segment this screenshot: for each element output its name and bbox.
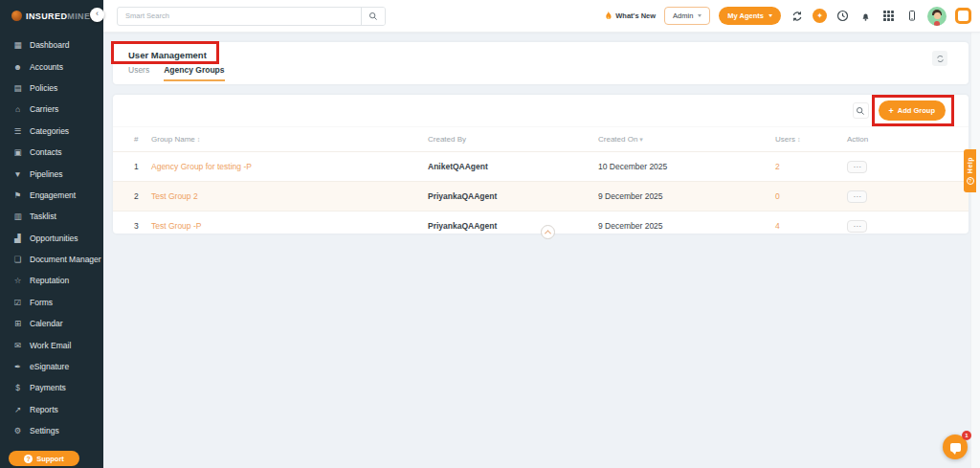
group-name-link[interactable]: Test Group -P [151,221,201,231]
smart-search [117,7,386,26]
plus-icon: + [889,106,894,116]
sidebar-item[interactable]: ▦ Dashboard [0,34,103,56]
sidebar-item[interactable]: ▤ Policies [0,78,103,99]
sidebar: INSUREDMINE ▦ Dashboard ☻ Accounts ▤ Pol… [0,0,103,468]
sidebar-item-icon: ☑ [12,298,23,307]
sidebar-item[interactable]: ▟ Opportunities [0,228,103,249]
top-bar: What's New Admin My Agents [103,0,980,33]
sidebar-item-label: Contacts [30,147,62,157]
row-actions-button[interactable]: ⋯ [847,190,867,203]
sidebar-item-label: Reputation [30,276,69,285]
refresh-list-button[interactable] [932,51,947,66]
refresh-icon[interactable] [790,9,804,23]
users-count-link[interactable]: 2 [775,162,780,171]
scrollbar-track[interactable] [970,33,980,468]
support-button[interactable]: ? Support [9,451,79,466]
column-header-num: # [113,127,151,152]
chat-notification-badge: 1 [962,431,971,440]
sidebar-item-label: Opportunities [30,234,78,243]
sidebar-item[interactable]: ⚙ Settings [0,420,103,441]
sidebar-item-label: Carriers [30,104,58,114]
clock-icon[interactable] [835,9,850,23]
avatar-face [934,12,941,20]
row-actions-button[interactable]: ⋯ [847,161,867,173]
sidebar-item-icon: ▥ [12,212,23,221]
sidebar-item[interactable]: ❏ Document Manager [0,249,103,270]
tab-users[interactable]: Users [128,65,149,81]
sort-icon: ↕ [797,136,801,143]
brand-name-secondary: MINE [67,11,90,21]
sidebar-item[interactable]: ☆ Reputation [0,270,103,291]
sidebar-item[interactable]: ⊞ Calendar [0,313,103,334]
user-avatar[interactable] [927,7,947,26]
sidebar-menu: ▦ Dashboard ☻ Accounts ▤ Policies ⌂ Carr… [0,34,103,441]
sidebar-item[interactable]: ↗ Reports [0,399,103,420]
add-group-button[interactable]: + Add Group [879,100,946,121]
sidebar-item[interactable]: ▥ Tasklist [0,206,103,227]
admin-dropdown-label: Admin [673,11,693,20]
table-header-row: # Group Name↕ Created By Created On▾ Use… [113,127,969,152]
sidebar-item[interactable]: ☑ Forms [0,292,103,313]
sidebar-item[interactable]: ▣ Contacts [0,142,103,163]
insuredmine-logo-mark[interactable] [955,8,971,24]
group-name-link[interactable]: Agency Group for testing -P [151,162,252,171]
sidebar-item-label: Calendar [30,319,63,328]
sidebar-item[interactable]: ⚑ Engagement [0,185,103,206]
column-header-users[interactable]: Users↕ [775,127,847,152]
sidebar-item-icon: ☻ [12,62,23,72]
search-icon [368,11,378,21]
sidebar-item[interactable]: ✉ Work Email [0,334,103,355]
tab-agency-groups[interactable]: Agency Groups [164,65,224,81]
sidebar-item-icon: ▼ [12,169,23,179]
scroll-to-top-button[interactable] [541,225,555,239]
my-agents-label: My Agents [727,11,764,20]
created-by-value: PriyankaQAAgent [428,212,598,241]
sidebar-collapse-button[interactable]: ‹ [90,8,104,22]
sidebar-item-icon: ⊞ [12,319,23,328]
keypad-icon[interactable] [881,9,896,23]
user-management-card: User Management Users Agency Groups [113,42,969,84]
notifications-bell-icon[interactable] [858,9,873,23]
row-actions-button[interactable]: ⋯ [847,220,867,233]
sort-icon: ↕ [197,136,201,143]
chat-bubble-icon [950,443,961,452]
sidebar-item-label: Pipelines [30,169,63,179]
sidebar-item[interactable]: ▼ Pipelines [0,163,103,184]
group-name-link[interactable]: Test Group 2 [151,191,198,201]
chevron-down-icon [698,14,702,17]
search-input[interactable] [118,8,361,25]
sidebar-item-icon: ⚑ [12,190,23,200]
mobile-phone-icon[interactable] [904,9,919,23]
column-header-created-on[interactable]: Created On▾ [598,127,775,152]
brand-logo[interactable]: INSUREDMINE [0,0,103,21]
chevron-down-icon [768,14,772,17]
whats-new-label: What's New [615,11,656,20]
row-number: 2 [113,182,151,212]
sidebar-item-icon: ✒ [12,362,23,371]
users-count-link[interactable]: 4 [775,221,780,231]
table-row: 1 Agency Group for testing -P AniketQAAg… [113,152,969,182]
sidebar-item[interactable]: $ Payments [0,377,103,398]
quick-action-icon[interactable] [813,9,827,23]
help-tab[interactable]: Help ? [964,149,976,192]
users-count-link[interactable]: 0 [775,191,780,201]
column-header-group-name[interactable]: Group Name↕ [151,127,428,152]
admin-role-dropdown[interactable]: Admin [664,7,710,25]
search-button[interactable] [361,8,385,25]
flame-icon [604,11,612,21]
help-label: Help [967,157,973,173]
sidebar-item[interactable]: ☻ Accounts [0,56,103,77]
sort-desc-icon: ▾ [639,136,643,143]
brand-name: INSUREDMINE [26,11,90,21]
whats-new-link[interactable]: What's New [604,11,656,21]
sidebar-item[interactable]: ⌂ Carriers [0,99,103,120]
sidebar-item-label: Policies [30,83,57,93]
my-agents-button[interactable]: My Agents [719,7,781,25]
insuredmine-logo-icon [11,11,22,21]
question-icon: ? [24,455,33,463]
created-on-value: 10 December 2025 [598,152,775,182]
sidebar-item[interactable]: ☰ Categories [0,121,103,142]
table-search-button[interactable] [853,102,869,119]
sidebar-item-icon: ▦ [12,40,23,50]
sidebar-item[interactable]: ✒ eSignature [0,356,103,377]
